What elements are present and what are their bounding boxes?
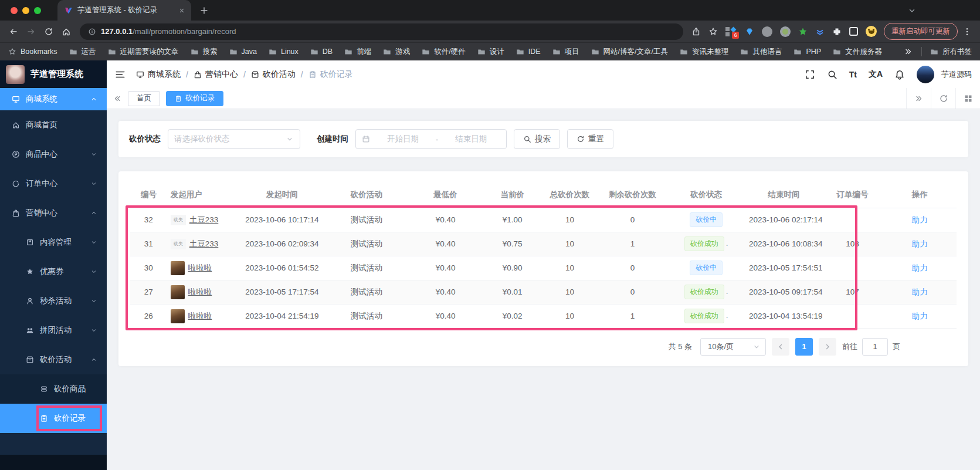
bookmark-folder[interactable]: PHP <box>794 47 821 57</box>
bookmarks-overflow-icon[interactable] <box>904 47 913 56</box>
collapse-menu-icon[interactable] <box>115 69 126 80</box>
close-window-button[interactable] <box>11 7 18 14</box>
goto-page-input[interactable] <box>862 338 888 356</box>
gray-extension-icon[interactable] <box>762 26 772 37</box>
bookmark-star-icon[interactable] <box>708 27 718 36</box>
bookmark-folder[interactable]: DB <box>310 47 333 57</box>
bookmarks-root[interactable]: Bookmarks <box>8 48 57 56</box>
gray-green-extension-icon[interactable] <box>780 26 791 37</box>
chrome-home-button[interactable] <box>57 23 75 40</box>
minimize-window-button[interactable] <box>22 7 29 14</box>
search-icon[interactable] <box>827 69 837 80</box>
sidebar-item-label: 商城系统 <box>26 94 57 104</box>
search-button[interactable]: 搜索 <box>514 129 560 149</box>
breadcrumb-item-营销中心[interactable]: 营销中心 <box>194 69 238 80</box>
blue-layers-extension-icon[interactable] <box>815 27 825 36</box>
reset-button[interactable]: 重置 <box>567 129 613 149</box>
tab-bargain-record[interactable]: 砍价记录 <box>166 91 223 106</box>
sidebar-item-内容管理[interactable]: 内容管理 <box>0 228 107 257</box>
user-avatar[interactable] <box>917 66 934 83</box>
bookmark-folder[interactable]: 设计 <box>477 47 504 57</box>
sidebar-item-优惠券[interactable]: 优惠券 <box>0 257 107 286</box>
prev-page-button[interactable] <box>772 338 789 356</box>
forward-button[interactable] <box>22 23 40 40</box>
sidebar-item-拼团活动[interactable]: 拼团活动 <box>0 316 107 345</box>
assist-action-link[interactable]: 助力 <box>912 312 928 320</box>
breadcrumb-item-砍价记录[interactable]: 砍价记录 <box>308 69 353 80</box>
address-bar[interactable]: 127.0.0.1/mall/promotion/bargain/record <box>80 23 683 40</box>
sidebar-item-秒杀活动[interactable]: 秒杀活动 <box>0 286 107 316</box>
sidebar-item-商城系统[interactable]: 商城系统 <box>0 88 107 110</box>
bookmark-folder[interactable]: 项目 <box>552 47 579 57</box>
zoom-window-button[interactable] <box>34 7 41 14</box>
bookmark-folder[interactable]: 资讯未整理 <box>680 47 729 57</box>
bookmark-folder[interactable]: 文件服务器 <box>833 47 882 57</box>
chrome-menu-icon[interactable] <box>962 27 972 36</box>
next-page-button[interactable] <box>819 338 836 356</box>
bookmark-folder[interactable]: 前端 <box>344 47 371 57</box>
tab-manager-extension-icon[interactable]: 6 <box>725 26 737 37</box>
bookmark-folder[interactable]: 运营 <box>69 47 96 57</box>
bell-icon[interactable] <box>894 69 905 80</box>
breadcrumb-item-砍价活动[interactable]: 砍价活动 <box>251 69 296 80</box>
sidebar-item-砍价商品[interactable]: 砍价商品 <box>0 374 107 404</box>
font-size-icon[interactable]: Tt <box>849 70 857 79</box>
page-size-select[interactable]: 10条/页 <box>700 338 766 356</box>
bookmark-folder[interactable]: 近期需要读的文章 <box>108 47 179 57</box>
fullscreen-icon[interactable] <box>805 69 815 80</box>
gem-extension-icon[interactable] <box>745 27 754 36</box>
cell-total: 10 <box>541 208 598 232</box>
status-select[interactable]: 请选择砍价状态 <box>168 129 300 149</box>
green-star-extension-icon[interactable] <box>798 27 808 36</box>
bookmark-folders: 运营近期需要读的文章搜索JavaLinuxDB前端游戏软件/硬件设计IDE项目网… <box>69 47 882 57</box>
bookmark-folder[interactable]: 搜索 <box>191 47 218 57</box>
user-name-link[interactable]: 啦啦啦 <box>188 311 212 322</box>
side-panel-icon[interactable] <box>849 27 858 36</box>
tab-home[interactable]: 首页 <box>128 91 160 106</box>
share-icon[interactable] <box>691 27 701 36</box>
profile-avatar-icon[interactable] <box>866 26 877 37</box>
user-name[interactable]: 芋道源码 <box>941 69 972 80</box>
sidebar-item-砍价记录[interactable]: 砍价记录 <box>0 404 107 433</box>
sidebar-item-砍价活动[interactable]: 砍价活动 <box>0 345 107 374</box>
tab-options-grid-icon[interactable] <box>955 88 980 109</box>
back-button[interactable] <box>5 23 22 40</box>
reload-button[interactable] <box>40 23 57 40</box>
status-badge: 砍价成功 <box>684 236 724 251</box>
all-bookmarks-folder[interactable]: 所有书签 <box>930 47 972 57</box>
bookmark-folder[interactable]: Linux <box>269 47 299 57</box>
bookmark-folder[interactable]: Java <box>229 47 257 57</box>
assist-action-link[interactable]: 助力 <box>912 215 928 224</box>
breadcrumb-item-商城系统[interactable]: 商城系统 <box>136 69 181 80</box>
browser-tab[interactable]: 芋道管理系统 - 砍价记录 <box>57 0 191 21</box>
chrome-update-button[interactable]: 重新启动即可更新 <box>884 23 958 40</box>
locale-icon[interactable]: 文A <box>869 69 883 80</box>
app-logo[interactable]: 芋道管理系统 <box>0 60 107 88</box>
site-info-icon[interactable] <box>88 28 96 36</box>
sidebar-item-商品中心[interactable]: 商品中心 <box>0 140 107 169</box>
close-tab-icon[interactable] <box>178 7 185 14</box>
user-name-link[interactable]: 土豆233 <box>189 239 219 249</box>
bookmark-folder[interactable]: 软件/硬件 <box>422 47 465 57</box>
bookmark-folder[interactable]: IDE <box>516 47 541 57</box>
sidebar-item-订单中心[interactable]: 订单中心 <box>0 169 107 198</box>
user-name-link[interactable]: 啦啦啦 <box>188 263 212 273</box>
puzzle-extensions-icon[interactable] <box>832 27 842 36</box>
assist-action-link[interactable]: 助力 <box>912 288 928 296</box>
tabs-scroll-right-icon[interactable] <box>906 88 931 109</box>
tabs-scroll-left-icon[interactable] <box>107 94 128 103</box>
refresh-tab-icon[interactable] <box>931 88 955 109</box>
user-name-link[interactable]: 土豆233 <box>189 215 219 225</box>
bookmark-folder[interactable]: 游戏 <box>383 47 410 57</box>
bookmark-folder[interactable]: 网站/博客/文章/工具 <box>591 47 668 57</box>
tab-search-chevron-icon[interactable] <box>907 6 917 15</box>
assist-action-link[interactable]: 助力 <box>912 239 928 248</box>
bookmark-folder[interactable]: 其他语言 <box>740 47 782 57</box>
sidebar-item-商城首页[interactable]: 商城首页 <box>0 110 107 140</box>
assist-action-link[interactable]: 助力 <box>912 263 928 272</box>
user-name-link[interactable]: 啦啦啦 <box>188 287 212 297</box>
page-1-button[interactable]: 1 <box>795 338 813 356</box>
date-range-input[interactable]: 开始日期 - 结束日期 <box>355 129 507 149</box>
new-tab-button[interactable] <box>199 6 209 15</box>
sidebar-item-营销中心[interactable]: 营销中心 <box>0 198 107 228</box>
